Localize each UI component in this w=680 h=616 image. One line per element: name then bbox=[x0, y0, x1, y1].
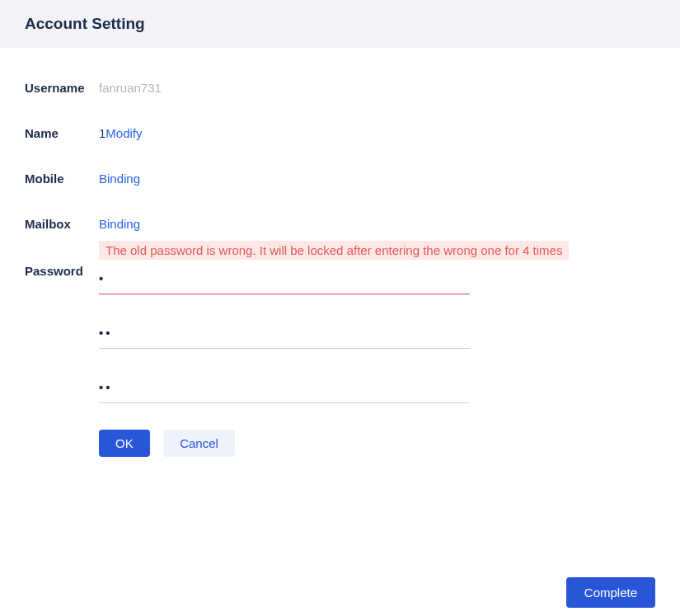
name-label: Name bbox=[25, 126, 99, 140]
password-buttons: OK Cancel bbox=[99, 430, 655, 457]
new-password-input[interactable] bbox=[99, 321, 470, 349]
username-value: fanruan731 bbox=[99, 81, 655, 95]
modify-link[interactable]: Modify bbox=[106, 126, 142, 140]
footer: Complete bbox=[566, 577, 655, 608]
mobile-binding-link[interactable]: Binding bbox=[99, 172, 140, 186]
cancel-button[interactable]: Cancel bbox=[163, 430, 235, 457]
name-row: Name 1Modify bbox=[25, 126, 655, 140]
page-header: Account Setting bbox=[0, 0, 680, 48]
password-label: Password bbox=[25, 241, 99, 278]
password-row: Password The old password is wrong. It w… bbox=[25, 241, 655, 457]
mobile-label: Mobile bbox=[25, 172, 99, 186]
mobile-row: Mobile Binding bbox=[25, 172, 655, 186]
old-password-input[interactable] bbox=[99, 266, 470, 294]
mailbox-binding-link[interactable]: Binding bbox=[99, 217, 140, 231]
username-label: Username bbox=[25, 81, 99, 95]
ok-button[interactable]: OK bbox=[99, 430, 150, 457]
account-form: Username fanruan731 Name 1Modify Mobile … bbox=[0, 48, 680, 473]
complete-button[interactable]: Complete bbox=[566, 577, 655, 608]
password-error: The old password is wrong. It will be lo… bbox=[99, 241, 569, 260]
page-title: Account Setting bbox=[25, 15, 655, 33]
password-section: The old password is wrong. It will be lo… bbox=[99, 241, 655, 457]
mailbox-value-wrap: Binding bbox=[99, 217, 655, 231]
username-row: Username fanruan731 bbox=[25, 81, 655, 95]
mailbox-row: Mailbox Binding bbox=[25, 217, 655, 231]
name-value-wrap: 1Modify bbox=[99, 126, 655, 140]
mobile-value-wrap: Binding bbox=[99, 172, 655, 186]
confirm-password-input[interactable] bbox=[99, 375, 470, 403]
mailbox-label: Mailbox bbox=[25, 217, 99, 231]
